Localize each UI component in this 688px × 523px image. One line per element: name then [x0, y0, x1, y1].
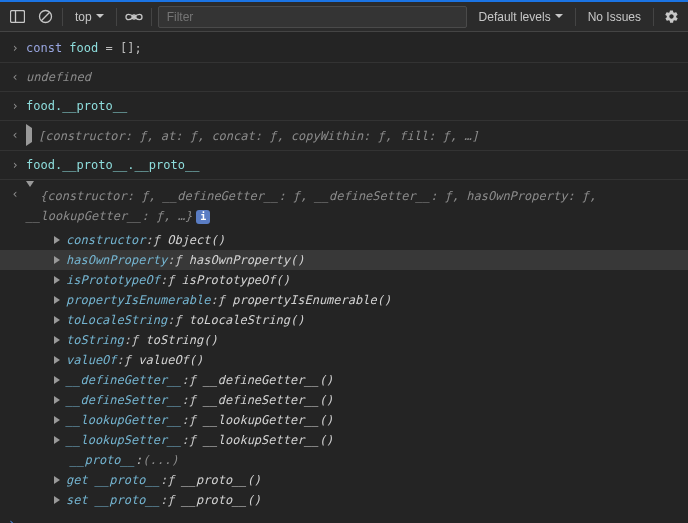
expand-right-icon[interactable]	[54, 416, 60, 424]
property-name: toString	[66, 330, 124, 350]
svg-rect-0	[10, 11, 24, 23]
filter-field[interactable]	[158, 6, 467, 28]
expand-right-icon[interactable]	[54, 276, 60, 284]
property-value: ƒ __lookupSetter__()	[189, 430, 334, 450]
property-name: __lookupSetter__	[66, 430, 182, 450]
input-chevron-icon: ›	[11, 155, 18, 175]
property-name: isPrototypeOf	[66, 270, 160, 290]
console-toolbar: top Default levels No Issues	[0, 0, 688, 32]
expand-right-icon[interactable]	[54, 476, 60, 484]
expand-down-icon[interactable]	[26, 181, 34, 201]
object-properties-list: constructor: ƒ Object()hasOwnProperty: ƒ…	[0, 230, 688, 510]
log-levels-selector[interactable]: Default levels	[473, 10, 569, 24]
property-row[interactable]: __lookupSetter__: ƒ __lookupSetter__()	[0, 430, 688, 450]
property-name: __lookupGetter__	[66, 410, 182, 430]
property-row[interactable]: hasOwnProperty: ƒ hasOwnProperty()	[0, 250, 688, 270]
expand-right-icon[interactable]	[54, 496, 60, 504]
property-value: ƒ __proto__()	[167, 470, 261, 490]
expand-right-icon[interactable]	[54, 236, 60, 244]
property-row[interactable]: propertyIsEnumerable: ƒ propertyIsEnumer…	[0, 290, 688, 310]
property-value: ƒ valueOf()	[124, 350, 203, 370]
code-text: = [];	[98, 41, 141, 55]
property-row[interactable]: __defineGetter__: ƒ __defineGetter__()	[0, 370, 688, 390]
property-name: constructor	[66, 230, 145, 250]
filter-input[interactable]	[165, 9, 460, 25]
property-name: __defineGetter__	[66, 370, 182, 390]
property-value: ƒ __defineSetter__()	[189, 390, 334, 410]
property-value: ƒ propertyIsEnumerable()	[218, 290, 391, 310]
console-result-row[interactable]: ‹ [constructor: ƒ, at: ƒ, concat: ƒ, cop…	[0, 121, 688, 151]
property-row[interactable]: __proto__: (...)	[0, 450, 688, 470]
code-text: __proto__	[62, 158, 127, 172]
expand-right-icon[interactable]	[54, 376, 60, 384]
expand-right-icon[interactable]	[54, 336, 60, 344]
settings-gear-icon[interactable]	[660, 6, 682, 28]
separator	[151, 8, 152, 26]
property-value: (...)	[142, 450, 178, 470]
property-value: ƒ __lookupGetter__()	[189, 410, 334, 430]
svg-line-3	[41, 12, 49, 20]
property-row[interactable]: constructor: ƒ Object()	[0, 230, 688, 250]
expand-right-icon[interactable]	[54, 436, 60, 444]
property-name: __proto__	[70, 450, 135, 470]
object-preview: {constructor: ƒ, __defineGetter__: ƒ, __…	[26, 189, 596, 223]
property-name: propertyIsEnumerable	[66, 290, 211, 310]
property-row[interactable]: __defineSetter__: ƒ __defineSetter__()	[0, 390, 688, 410]
separator	[62, 8, 63, 26]
property-row[interactable]: valueOf: ƒ valueOf()	[0, 350, 688, 370]
console-input-row[interactable]: › food.__proto__.__proto__	[0, 151, 688, 180]
result-text: undefined	[26, 70, 91, 84]
property-row[interactable]: __lookupGetter__: ƒ __lookupGetter__()	[0, 410, 688, 430]
output-chevron-icon: ‹	[11, 184, 18, 204]
property-row[interactable]: isPrototypeOf: ƒ isPrototypeOf()	[0, 270, 688, 290]
toggle-sidebar-icon[interactable]	[6, 6, 28, 28]
live-expression-icon[interactable]	[123, 6, 145, 28]
console-output: › const food = []; ‹ undefined › food.__…	[0, 32, 688, 510]
property-value: ƒ hasOwnProperty()	[174, 250, 304, 270]
property-name: get __proto__	[66, 470, 160, 490]
clear-console-icon[interactable]	[34, 6, 56, 28]
property-name: __defineSetter__	[66, 390, 182, 410]
console-result-row[interactable]: ‹ {constructor: ƒ, __defineGetter__: ƒ, …	[0, 180, 688, 230]
property-name: toLocaleString	[66, 310, 167, 330]
execution-context-selector[interactable]: top	[69, 8, 110, 26]
expand-right-icon[interactable]	[54, 356, 60, 364]
code-text: __proto__	[62, 99, 127, 113]
property-name: set __proto__	[66, 490, 160, 510]
property-value: ƒ toString()	[131, 330, 218, 350]
expand-right-icon[interactable]	[54, 256, 60, 264]
expand-right-icon[interactable]	[26, 124, 32, 146]
property-value: ƒ __defineGetter__()	[189, 370, 334, 390]
code-text: food.	[26, 99, 62, 113]
separator	[653, 8, 654, 26]
code-identifier: food	[69, 41, 98, 55]
property-name: valueOf	[66, 350, 117, 370]
code-text: food.	[26, 158, 62, 172]
expand-right-icon[interactable]	[54, 296, 60, 304]
property-row[interactable]: set __proto__: ƒ __proto__()	[0, 490, 688, 510]
property-value: ƒ Object()	[153, 230, 225, 250]
info-icon[interactable]: i	[196, 210, 210, 224]
issues-button[interactable]: No Issues	[582, 10, 647, 24]
separator	[116, 8, 117, 26]
property-name: hasOwnProperty	[66, 250, 167, 270]
separator	[575, 8, 576, 26]
console-prompt[interactable]: ›	[0, 510, 688, 523]
property-row[interactable]: get __proto__: ƒ __proto__()	[0, 470, 688, 490]
output-chevron-icon: ‹	[11, 125, 18, 145]
expand-right-icon[interactable]	[54, 396, 60, 404]
code-text: __proto__	[134, 158, 199, 172]
input-chevron-icon: ›	[11, 96, 18, 116]
property-value: ƒ __proto__()	[167, 490, 261, 510]
console-input-row[interactable]: › const food = [];	[0, 34, 688, 63]
chevron-down-icon	[96, 14, 104, 19]
expand-right-icon[interactable]	[54, 316, 60, 324]
console-result-row[interactable]: ‹ undefined	[0, 63, 688, 92]
property-row[interactable]: toString: ƒ toString()	[0, 330, 688, 350]
code-keyword: const	[26, 41, 62, 55]
console-input-row[interactable]: › food.__proto__	[0, 92, 688, 121]
output-chevron-icon: ‹	[11, 67, 18, 87]
property-value: ƒ toLocaleString()	[174, 310, 304, 330]
property-row[interactable]: toLocaleString: ƒ toLocaleString()	[0, 310, 688, 330]
object-preview: [constructor: ƒ, at: ƒ, concat: ƒ, copyW…	[38, 129, 479, 143]
